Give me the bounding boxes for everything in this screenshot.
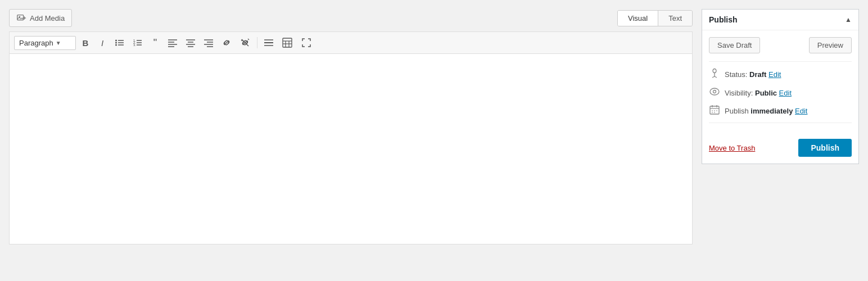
status-label: Status:: [725, 70, 747, 79]
publish-time-row: Publish immediately Edit: [709, 105, 852, 117]
preview-button[interactable]: Preview: [809, 37, 852, 53]
toolbar-separator: [257, 37, 257, 48]
tab-text[interactable]: Text: [658, 11, 692, 26]
add-media-button[interactable]: Add Media: [9, 9, 72, 27]
link-button[interactable]: [219, 35, 234, 50]
publish-meta: Status: Draft Edit Visibility: Public Ed…: [709, 61, 852, 123]
fullscreen-button[interactable]: [298, 35, 315, 50]
editor-toolbar: Paragraph ▼ B I 1.2.3. ": [9, 31, 693, 53]
visibility-value: Public: [755, 89, 777, 97]
align-center-button[interactable]: [183, 35, 198, 50]
svg-point-8: [115, 44, 117, 46]
format-select[interactable]: Paragraph ▼: [14, 36, 76, 50]
tab-visual[interactable]: Visual: [618, 11, 658, 26]
publish-button[interactable]: Publish: [798, 139, 852, 157]
visibility-row: Visibility: Public Edit: [709, 88, 852, 98]
visibility-label: Visibility:: [725, 89, 753, 97]
add-media-icon: [16, 13, 26, 23]
publish-time-label: Publish: [725, 107, 749, 115]
svg-rect-41: [710, 106, 719, 114]
table-button[interactable]: [279, 35, 296, 50]
move-to-trash-button[interactable]: Move to Trash: [709, 144, 755, 152]
align-left-button[interactable]: [165, 35, 180, 50]
status-row: Status: Draft Edit: [709, 67, 852, 81]
editor-top-bar: Add Media Visual Text: [9, 9, 693, 27]
unlink-button[interactable]: [237, 35, 254, 50]
svg-point-6: [115, 42, 117, 44]
save-draft-button[interactable]: Save Draft: [709, 37, 760, 53]
svg-point-4: [115, 40, 117, 42]
svg-point-40: [713, 90, 716, 93]
svg-rect-0: [17, 15, 24, 20]
format-select-label: Paragraph: [19, 39, 53, 47]
visibility-icon: [709, 88, 720, 98]
publish-time-edit-link[interactable]: Edit: [795, 107, 807, 115]
italic-button[interactable]: I: [95, 35, 110, 50]
align-right-button[interactable]: [201, 35, 216, 50]
svg-point-38: [713, 69, 716, 73]
publish-panel-body: Save Draft Preview Status: Draft Edit: [702, 30, 858, 164]
publish-actions: Save Draft Preview: [709, 37, 852, 53]
publish-panel-header: Publish ▲: [702, 10, 858, 30]
editor-area: Add Media Visual Text Paragraph ▼ B I 1.…: [9, 9, 693, 244]
blockquote-button[interactable]: ": [148, 35, 162, 50]
status-icon: [709, 67, 720, 81]
status-edit-link[interactable]: Edit: [768, 70, 781, 79]
visibility-text: Visibility: Public Edit: [725, 89, 792, 97]
ordered-list-button[interactable]: 1.2.3.: [130, 35, 146, 50]
unordered-list-button[interactable]: [112, 35, 128, 50]
collapse-button[interactable]: ▲: [845, 16, 852, 24]
status-value: Draft: [749, 70, 766, 79]
publish-time-text: Publish immediately Edit: [725, 107, 807, 115]
bold-button[interactable]: B: [78, 35, 93, 50]
visibility-edit-link[interactable]: Edit: [779, 89, 792, 97]
publish-panel-title: Publish: [709, 15, 738, 24]
add-media-label: Add Media: [30, 14, 65, 22]
status-text: Status: Draft Edit: [725, 70, 781, 79]
editor-content[interactable]: [9, 53, 693, 244]
svg-text:3.: 3.: [133, 43, 136, 47]
publish-footer: Move to Trash Publish: [709, 132, 852, 157]
svg-rect-33: [283, 38, 292, 47]
format-select-arrow: ▼: [56, 40, 61, 46]
calendar-icon: [709, 105, 720, 117]
view-tabs: Visual Text: [617, 10, 693, 26]
horizontal-rule-button[interactable]: [261, 35, 277, 50]
publish-panel: Publish ▲ Save Draft Preview Status: Dra…: [702, 9, 859, 164]
svg-point-39: [710, 88, 719, 95]
publish-time-value: immediately: [751, 107, 793, 115]
